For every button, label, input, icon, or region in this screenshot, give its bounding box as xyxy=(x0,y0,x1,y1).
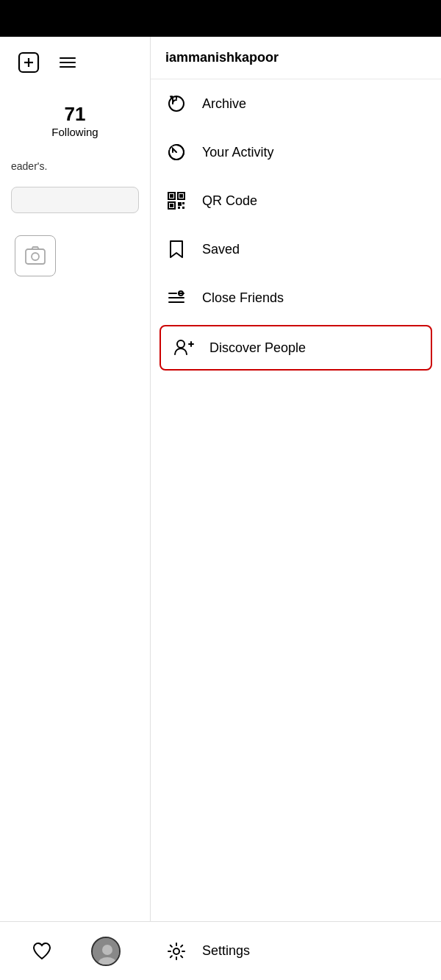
svg-rect-15 xyxy=(179,194,183,198)
saved-icon xyxy=(165,238,187,260)
heart-icon[interactable] xyxy=(30,940,54,963)
settings-item[interactable]: Settings xyxy=(151,921,441,980)
right-panel: iammanishkapoor Archive xyxy=(151,37,441,980)
menu-item-close-friends[interactable]: Close Friends xyxy=(151,273,441,322)
qr-icon xyxy=(165,190,187,212)
svg-point-30 xyxy=(173,948,179,954)
following-count: 71 xyxy=(65,103,86,126)
archive-label: Archive xyxy=(202,96,246,112)
settings-label: Settings xyxy=(202,943,250,959)
menu-item-archive[interactable]: Archive xyxy=(151,79,441,128)
partial-text: eader's. xyxy=(0,146,150,179)
menu-list: Archive Your Activity xyxy=(151,79,441,371)
svg-rect-19 xyxy=(182,207,184,209)
menu-item-qr-code[interactable]: QR Code xyxy=(151,176,441,225)
following-area: 71 Following xyxy=(0,88,150,146)
following-label: Following xyxy=(51,126,98,138)
left-panel: 71 Following eader's. xyxy=(0,37,151,980)
settings-icon xyxy=(165,940,187,962)
discover-people-icon xyxy=(173,337,195,359)
archive-icon xyxy=(165,93,187,115)
menu-item-discover-people[interactable]: Discover People xyxy=(159,325,432,371)
menu-item-saved[interactable]: Saved xyxy=(151,225,441,273)
svg-point-7 xyxy=(32,253,39,260)
qr-code-label: QR Code xyxy=(202,193,257,209)
svg-point-27 xyxy=(177,340,184,348)
photo-icon-area xyxy=(0,221,150,291)
hamburger-menu-icon[interactable] xyxy=(57,52,78,73)
activity-icon xyxy=(165,141,187,163)
svg-rect-6 xyxy=(26,249,45,264)
svg-rect-17 xyxy=(170,204,173,207)
svg-rect-21 xyxy=(178,207,180,209)
svg-rect-13 xyxy=(170,194,173,198)
discover-people-label: Discover People xyxy=(209,340,306,356)
new-post-icon[interactable] xyxy=(15,49,43,76)
saved-label: Saved xyxy=(202,242,240,257)
svg-rect-18 xyxy=(178,202,182,206)
search-bar[interactable] xyxy=(11,187,139,213)
your-activity-label: Your Activity xyxy=(202,145,273,160)
svg-point-9 xyxy=(102,945,112,955)
close-friends-label: Close Friends xyxy=(202,290,284,306)
profile-avatar[interactable] xyxy=(91,937,121,966)
status-bar xyxy=(0,0,441,37)
menu-item-your-activity[interactable]: Your Activity xyxy=(151,128,441,176)
username-header: iammanishkapoor xyxy=(151,37,441,79)
header-icons xyxy=(0,37,150,88)
svg-rect-20 xyxy=(182,202,184,204)
close-friends-icon xyxy=(165,287,187,309)
bottom-nav-left xyxy=(0,921,151,980)
photo-placeholder-icon xyxy=(15,235,56,276)
